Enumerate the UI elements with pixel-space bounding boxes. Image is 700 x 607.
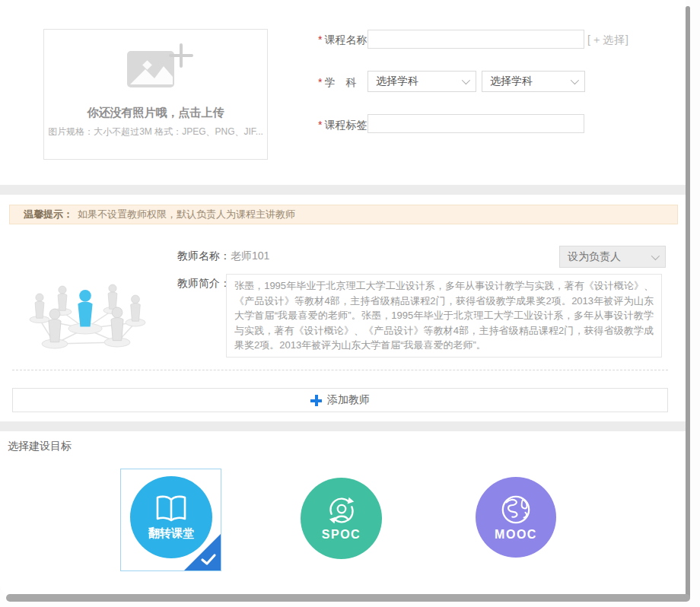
plus-icon [310, 395, 322, 406]
course-edit-page: 你还没有照片哦，点击上传 图片规格：大小不超过3M 格式：JPEG、PNG、JI… [0, 0, 700, 607]
goal-option-mooc[interactable]: MOOC [476, 477, 556, 558]
teacher-name-label: 教师名称： [177, 249, 231, 262]
course-tag-label: *课程标签 [318, 119, 367, 132]
subject-select-1[interactable]: 选择学科 [368, 71, 476, 92]
goal-label: SPOC [322, 528, 361, 542]
globe-icon [499, 494, 533, 526]
open-book-icon [152, 494, 190, 524]
section-divider [0, 421, 686, 431]
teacher-role-select[interactable]: 设为负责人 [559, 246, 666, 268]
subject-label: *学 科 [318, 76, 356, 90]
course-tag-input[interactable] [368, 114, 584, 133]
flipped-classroom-circle[interactable]: 翻转课堂 [130, 476, 212, 558]
upload-spec-text: 图片规格：大小不超过3M 格式：JPEG、PNG、JIF... [48, 126, 263, 138]
teacher-bio-label: 教师简介： [177, 277, 231, 291]
cover-upload-box[interactable]: 你还没有照片哦，点击上传 图片规格：大小不超过3M 格式：JPEG、PNG、JI… [43, 29, 268, 160]
required-mark: * [318, 119, 322, 131]
upload-hint-title: 你还没有照片哦，点击上传 [88, 106, 224, 120]
dashed-divider [12, 370, 668, 370]
teacher-name-row: 教师名称：老师101 [177, 249, 269, 263]
window-bottom-edge [6, 594, 690, 602]
tip-label: 温馨提示： [24, 208, 73, 221]
teacher-network-image [23, 256, 148, 354]
required-mark: * [318, 33, 322, 46]
teacher-bio-textarea[interactable]: 张墨，1995年毕业于北京理工大学工业设计系，多年从事设计教学与实践，著有《设计… [226, 274, 662, 358]
spoc-sync-user-icon [324, 495, 359, 526]
goal-option-spoc[interactable]: SPOC [301, 478, 382, 559]
chevron-down-icon [571, 76, 579, 84]
subject-select-2-value: 选择学科 [490, 75, 533, 88]
subject-select-1-value: 选择学科 [376, 75, 418, 88]
subject-select-2[interactable]: 选择学科 [482, 71, 585, 92]
goals-section-title: 选择建设目标 [8, 440, 72, 453]
course-name-label: *课程名称 [318, 33, 367, 47]
check-icon [200, 553, 217, 567]
tip-bar: 温馨提示： 如果不设置教师权限，默认负责人为课程主讲教师 [9, 205, 678, 224]
chevron-down-icon [462, 76, 470, 84]
required-mark: * [318, 76, 322, 88]
image-placeholder-icon [110, 40, 202, 100]
section-divider [0, 185, 686, 195]
teacher-role-select-value: 设为负责人 [568, 250, 621, 264]
goal-option-flipped-classroom[interactable]: 翻转课堂 [120, 469, 221, 571]
scrollbar-vertical[interactable] [686, 6, 690, 599]
tip-text: 如果不设置教师权限，默认负责人为课程主讲教师 [78, 208, 295, 221]
add-teacher-label: 添加教师 [327, 393, 370, 407]
course-name-input[interactable] [368, 30, 584, 49]
page-content: 你还没有照片哦，点击上传 图片规格：大小不超过3M 格式：JPEG、PNG、JI… [0, 0, 686, 595]
teacher-name-value: 老师101 [231, 249, 269, 262]
add-teacher-button[interactable]: 添加教师 [12, 388, 668, 412]
goal-label: 翻转课堂 [148, 526, 194, 541]
goal-label: MOOC [495, 528, 537, 542]
chevron-down-icon [651, 251, 660, 259]
course-name-select-link[interactable]: [＋选择] [587, 33, 629, 47]
